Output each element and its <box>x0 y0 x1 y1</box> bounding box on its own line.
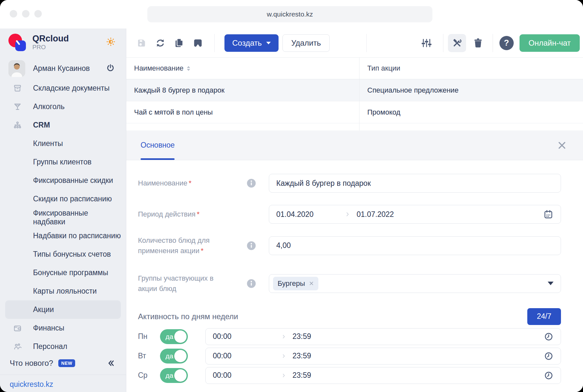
site-link[interactable]: quickresto.kz <box>0 375 126 389</box>
main-content: Создать Удалить ? <box>126 28 583 392</box>
field-period: Период действия* 01.04.2020 01.07.2022 <box>138 205 561 224</box>
chip-remove-icon[interactable] <box>309 281 314 286</box>
column-header-type[interactable]: Тип акции <box>359 58 583 79</box>
time-range-input[interactable]: 00:00 23:59 <box>205 328 561 345</box>
toggle-knob <box>174 350 187 362</box>
sidebar-item-loyalty-cards[interactable]: Карты лояльности <box>5 282 121 300</box>
warehouse-icon <box>13 84 22 93</box>
collapse-sidebar-icon[interactable] <box>106 359 115 368</box>
brightness-icon[interactable] <box>106 37 116 48</box>
time-from[interactable]: 00:00 <box>213 352 281 360</box>
close-icon[interactable] <box>557 140 567 150</box>
day-label: Вт <box>138 352 152 360</box>
sidebar: QRcloud PRO Арман Кусаинов <box>0 28 126 392</box>
whats-new-label: Что нового? <box>10 359 53 368</box>
cell-name: Чай с мятой в пол цены <box>134 108 213 117</box>
sidebar-item-label: Складские документы <box>33 84 109 93</box>
sidebar-item-scheduled-markups[interactable]: Надбавки по расписанию <box>5 227 121 245</box>
sidebar-menu: Складские документы Алкоголь CRM Клиенты… <box>0 79 126 356</box>
sidebar-item-client-groups[interactable]: Группы клиентов <box>5 153 121 171</box>
period-to[interactable]: 01.07.2022 <box>357 210 394 219</box>
sidebar-item-crm[interactable]: CRM <box>5 116 121 134</box>
field-label: Период действия <box>138 210 196 218</box>
create-button[interactable]: Создать <box>224 34 279 52</box>
group-chip: Бургеры <box>273 277 318 290</box>
sort-icon[interactable] <box>187 66 190 71</box>
create-caret-icon <box>266 42 271 44</box>
always-24-7-button[interactable]: 24/7 <box>527 308 561 325</box>
clock-icon[interactable] <box>544 351 554 361</box>
sidebar-item-warehouse-docs[interactable]: Складские документы <box>5 79 121 97</box>
field-groups: Группы участвующих в акции блюд Бургеры <box>138 273 561 294</box>
address-bar[interactable]: w.quickresto.kz <box>147 6 432 22</box>
field-quantity: Количество блюд для применения акции* <box>138 235 561 256</box>
sidebar-item-bonus-account-types[interactable]: Типы бонусных счетов <box>5 245 121 263</box>
refresh-icon[interactable] <box>154 36 167 50</box>
duplicate-icon[interactable] <box>172 36 186 50</box>
user-profile[interactable]: Арман Кусаинов <box>0 58 126 79</box>
sidebar-item-clients[interactable]: Клиенты <box>5 134 121 153</box>
online-chat-button[interactable]: Онлайн-чат <box>520 34 580 52</box>
chevron-right-icon <box>281 353 287 359</box>
browser-window: w.quickresto.kz QRcloud PRO <box>0 0 583 392</box>
time-range-input[interactable]: 00:00 23:59 <box>205 367 561 384</box>
window-controls[interactable] <box>10 10 42 17</box>
time-to[interactable]: 23:59 <box>292 371 311 380</box>
time-from[interactable]: 00:00 <box>213 371 281 380</box>
window-dot[interactable] <box>10 10 17 17</box>
period-range-input[interactable]: 01.04.2020 01.07.2022 <box>269 205 561 224</box>
quantity-input[interactable] <box>269 236 561 255</box>
power-icon[interactable] <box>106 63 115 74</box>
window-dot[interactable] <box>22 10 29 17</box>
groups-select[interactable]: Бургеры <box>269 274 561 293</box>
time-range-input[interactable]: 00:00 23:59 <box>205 348 561 364</box>
tray-icon[interactable] <box>191 36 205 50</box>
promotions-table: Наименование Тип акции Каждый 8 бургер в… <box>126 58 583 130</box>
calendar-icon[interactable] <box>543 209 554 219</box>
tools-icon[interactable] <box>448 34 466 52</box>
sidebar-item-scheduled-discounts[interactable]: Скидки по расписанию <box>5 190 121 208</box>
column-header-name[interactable]: Наименование <box>126 58 359 79</box>
cell-name: Каждый 8 бургер в подарок <box>134 86 224 95</box>
day-toggle[interactable]: да <box>160 349 188 364</box>
sidebar-item-finance[interactable]: Финансы <box>5 319 121 337</box>
chevron-right-icon <box>344 211 351 218</box>
sidebar-item-alcohol[interactable]: Алкоголь <box>5 97 121 116</box>
sidebar-item-fixed-discounts[interactable]: Фиксированные скидки <box>5 171 121 190</box>
divider <box>443 34 443 52</box>
day-toggle[interactable]: да <box>160 368 188 383</box>
trash-icon[interactable] <box>471 36 485 50</box>
whats-new-row[interactable]: Что нового? NEW <box>0 356 126 371</box>
help-icon[interactable]: ? <box>499 36 514 50</box>
delete-button[interactable]: Удалить <box>282 34 330 52</box>
filters-icon[interactable] <box>420 36 433 50</box>
logo-subtitle: PRO <box>32 44 69 50</box>
table-row[interactable]: Чай с мятой в пол цены Промокод <box>126 101 583 123</box>
table-row[interactable]: Каждый 8 бургер в подарок Специальное пр… <box>126 79 583 101</box>
info-icon[interactable] <box>246 240 257 251</box>
tab-main[interactable]: Основное <box>141 130 175 160</box>
sidebar-item-bonus-programs[interactable]: Бонусные программы <box>5 263 121 282</box>
field-label: Наименование <box>138 179 188 187</box>
info-icon[interactable] <box>246 178 257 189</box>
day-toggle[interactable]: да <box>160 329 188 344</box>
clock-icon[interactable] <box>544 332 554 342</box>
day-row-wednesday: Ср да 00:00 23:59 <box>138 367 561 384</box>
time-to[interactable]: 23:59 <box>292 352 311 360</box>
sidebar-item-promotions[interactable]: Акции <box>5 300 121 319</box>
time-to[interactable]: 23:59 <box>292 332 311 341</box>
table-header: Наименование Тип акции <box>126 58 583 79</box>
info-icon[interactable] <box>246 278 257 289</box>
save-icon[interactable] <box>135 36 148 50</box>
sidebar-item-fixed-markups[interactable]: Фиксированные надбавки <box>5 208 121 227</box>
time-from[interactable]: 00:00 <box>213 332 281 341</box>
window-dot[interactable] <box>34 10 42 17</box>
sidebar-item-staff[interactable]: Персонал <box>5 337 121 356</box>
clock-icon[interactable] <box>544 371 554 380</box>
name-input[interactable] <box>269 174 561 193</box>
create-button-label: Создать <box>232 39 262 48</box>
period-from[interactable]: 01.04.2020 <box>276 210 344 219</box>
required-mark: * <box>189 179 192 187</box>
sidebar-item-label: CRM <box>33 121 50 129</box>
required-mark: * <box>201 247 204 255</box>
